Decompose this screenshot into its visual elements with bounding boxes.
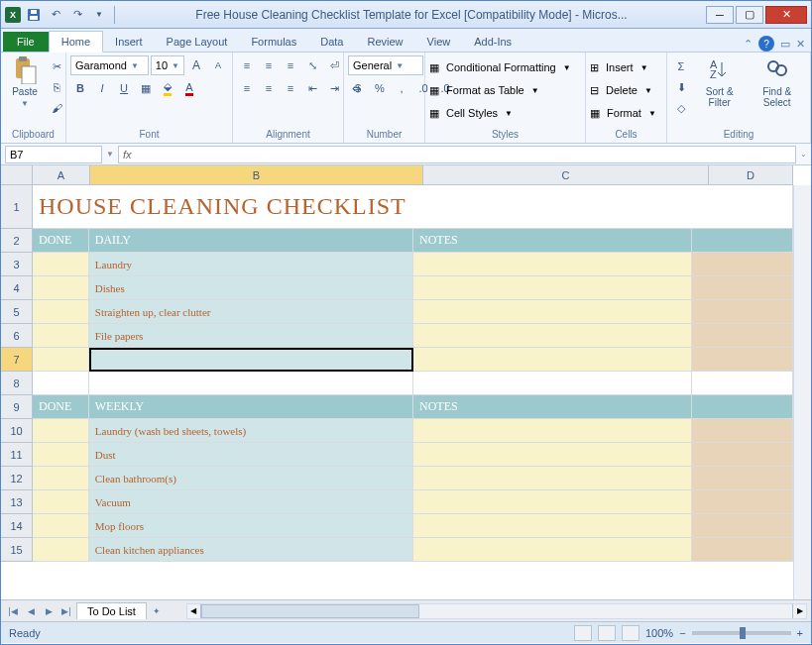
minimize-ribbon-icon[interactable]: ⌃	[744, 38, 753, 51]
cell[interactable]	[413, 538, 692, 562]
sort-filter-button[interactable]: AZ Sort & Filter	[693, 54, 746, 110]
tab-file[interactable]: File	[3, 32, 49, 52]
align-bottom-icon[interactable]: ≡	[281, 55, 300, 75]
cell[interactable]	[33, 276, 89, 300]
cell[interactable]	[413, 419, 692, 443]
fill-icon[interactable]: ⬇	[671, 77, 691, 97]
cell[interactable]	[413, 490, 692, 514]
tab-review[interactable]: Review	[355, 32, 414, 52]
insert-cells-button[interactable]: ⊞ Insert ▼	[590, 56, 656, 78]
cell[interactable]: Dishes	[89, 276, 413, 300]
cell-image[interactable]	[692, 348, 793, 372]
tab-formulas[interactable]: Formulas	[239, 32, 308, 52]
cell[interactable]	[413, 372, 692, 395]
align-center-icon[interactable]: ≡	[259, 78, 279, 98]
row-header[interactable]: 12	[1, 467, 33, 490]
scroll-right-icon[interactable]: ▶	[792, 604, 806, 618]
scroll-left-icon[interactable]: ◀	[187, 604, 201, 618]
zoom-in-icon[interactable]: +	[797, 627, 803, 639]
cell[interactable]: WEEKLY	[89, 395, 413, 419]
sheet-tab[interactable]: To Do List	[76, 602, 147, 619]
cell[interactable]: Clean bathroom(s)	[89, 467, 413, 490]
underline-button[interactable]: U	[114, 78, 134, 98]
page-break-view-icon[interactable]	[622, 625, 639, 641]
number-format-combo[interactable]: General▼	[348, 55, 423, 75]
align-right-icon[interactable]: ≡	[281, 78, 300, 98]
cell[interactable]	[413, 276, 692, 300]
cell[interactable]	[413, 467, 692, 490]
namebox-dropdown-icon[interactable]: ▼	[106, 150, 114, 159]
redo-icon[interactable]: ↷	[68, 6, 86, 24]
find-select-button[interactable]: Find & Select	[748, 54, 806, 110]
row-header[interactable]: 7	[1, 348, 33, 372]
cell[interactable]: Laundry (wash bed sheets, towels)	[89, 419, 413, 443]
cell-image[interactable]	[692, 514, 794, 538]
col-header-b[interactable]: B	[90, 165, 423, 185]
cell[interactable]	[33, 443, 89, 467]
row-header[interactable]: 6	[1, 324, 33, 348]
col-header-a[interactable]: A	[33, 165, 90, 185]
italic-button[interactable]: I	[92, 78, 112, 98]
cell[interactable]	[692, 229, 794, 253]
font-size-combo[interactable]: 10▼	[151, 55, 184, 75]
tab-addins[interactable]: Add-Ins	[462, 32, 523, 52]
cell-image[interactable]	[692, 324, 794, 348]
tab-nav-prev-icon[interactable]: ◀	[23, 603, 39, 619]
tab-nav-next-icon[interactable]: ▶	[41, 603, 57, 619]
cell[interactable]: File papers	[89, 324, 413, 348]
tab-nav-last-icon[interactable]: ▶|	[58, 603, 74, 619]
row-header[interactable]: 11	[1, 443, 33, 467]
align-top-icon[interactable]: ≡	[237, 55, 257, 75]
cell[interactable]	[33, 300, 89, 324]
cell[interactable]	[33, 372, 89, 395]
cell[interactable]	[89, 372, 413, 395]
row-header[interactable]: 1	[1, 185, 33, 229]
normal-view-icon[interactable]	[574, 625, 592, 641]
cell[interactable]	[413, 348, 691, 372]
minimize-button[interactable]: ─	[706, 6, 734, 24]
save-icon[interactable]	[25, 6, 43, 24]
zoom-slider[interactable]	[692, 631, 791, 635]
cell-selected[interactable]	[89, 348, 413, 372]
cell[interactable]: DAILY	[89, 229, 413, 253]
row-header[interactable]: 13	[1, 490, 33, 514]
cell-styles-button[interactable]: ▦ Cell Styles ▼	[429, 102, 571, 124]
cell-image[interactable]	[692, 443, 794, 467]
cell[interactable]	[413, 300, 692, 324]
cell[interactable]	[413, 514, 692, 538]
qat-dropdown-icon[interactable]: ▼	[90, 6, 108, 24]
window-restore-icon[interactable]: ▭	[780, 38, 790, 51]
border-icon[interactable]: ▦	[136, 78, 156, 98]
tab-data[interactable]: Data	[308, 32, 355, 52]
row-header[interactable]: 14	[1, 514, 33, 538]
orientation-icon[interactable]: ⤡	[302, 55, 322, 75]
maximize-button[interactable]: ▢	[736, 6, 763, 24]
comma-icon[interactable]: ,	[392, 78, 411, 98]
cell[interactable]	[33, 467, 89, 490]
cell[interactable]: DONE	[33, 229, 89, 253]
undo-icon[interactable]: ↶	[47, 6, 64, 24]
close-button[interactable]: ✕	[765, 6, 807, 24]
cell[interactable]: Straighten up, clear clutter	[89, 300, 413, 324]
increase-indent-icon[interactable]: ⇥	[324, 78, 344, 98]
autosum-icon[interactable]: Σ	[671, 56, 691, 76]
cell-image[interactable]	[692, 490, 794, 514]
currency-icon[interactable]: $	[348, 78, 368, 98]
cell[interactable]: DONE	[33, 395, 89, 419]
clear-icon[interactable]: ◇	[671, 98, 691, 118]
window-close-icon[interactable]: ✕	[796, 38, 805, 51]
delete-cells-button[interactable]: ⊟ Delete ▼	[590, 79, 656, 101]
row-header[interactable]: 3	[1, 253, 33, 276]
row-header[interactable]: 4	[1, 276, 33, 300]
cells-area[interactable]: HOUSE CLEANING CHECKLIST DONE DAILY NOTE…	[33, 185, 793, 599]
row-header[interactable]: 5	[1, 300, 33, 324]
cell[interactable]: Dust	[89, 443, 413, 467]
cell[interactable]: Mop floors	[89, 514, 413, 538]
percent-icon[interactable]: %	[370, 78, 390, 98]
tab-insert[interactable]: Insert	[103, 32, 155, 52]
help-icon[interactable]: ?	[758, 36, 774, 52]
format-cells-button[interactable]: ▦ Format ▼	[590, 102, 656, 124]
cell-image[interactable]	[692, 253, 794, 276]
cell[interactable]	[33, 538, 89, 562]
paste-button[interactable]: Paste ▼	[5, 54, 45, 110]
